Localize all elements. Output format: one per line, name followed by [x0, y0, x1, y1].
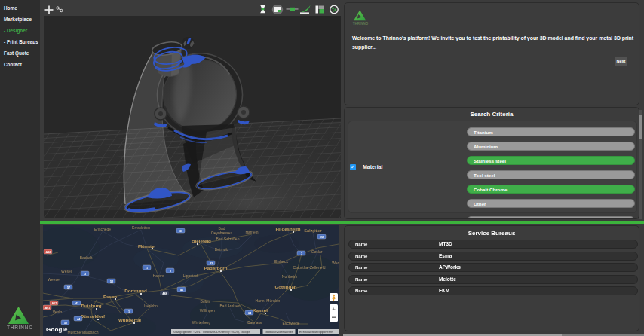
svg-text:Bocholt: Bocholt [80, 255, 93, 260]
svg-text:Eschwege: Eschwege [282, 321, 299, 325]
svg-text:57: 57 [67, 286, 70, 289]
svg-text:Mönchengladbach: Mönchengladbach [68, 330, 99, 334]
svg-text:Gebruiksvoorwaarden: Gebruiksvoorwaarden [265, 330, 293, 334]
svg-text:Hamm: Hamm [153, 273, 164, 278]
svg-text:3: 3 [84, 273, 86, 276]
svg-text:Lippstadt: Lippstadt [183, 273, 199, 278]
svg-text:52: 52 [64, 322, 67, 325]
svg-text:395: 395 [320, 236, 324, 239]
svg-text:Bielefeld: Bielefeld [192, 238, 211, 243]
svg-text:52: 52 [110, 280, 113, 283]
svg-text:A61: A61 [45, 307, 51, 310]
svg-text:Göttingen: Göttingen [274, 284, 296, 289]
svg-text:1: 1 [146, 267, 148, 270]
svg-text:Wernig: Wernig [332, 261, 339, 265]
svg-text:A12: A12 [46, 251, 51, 254]
svg-text:Hameln: Hameln [245, 230, 258, 234]
svg-text:1: 1 [128, 310, 130, 313]
svg-text:Enschede: Enschede [94, 227, 111, 231]
svg-text:Baunatal: Baunatal [247, 320, 262, 325]
svg-text:+: + [332, 306, 336, 313]
svg-text:Dortmund: Dortmund [124, 288, 147, 293]
svg-text:Oeynhausen: Oeynhausen [211, 231, 233, 235]
svg-text:Paderborn: Paderborn [204, 265, 228, 270]
svg-text:448: 448 [162, 292, 167, 295]
svg-text:2: 2 [170, 270, 171, 273]
svg-text:Winterberg: Winterberg [192, 320, 211, 325]
svg-text:Emsdetten: Emsdetten [132, 225, 150, 230]
svg-text:Kaartgegevens ©2017 GeoBasis-D: Kaartgegevens ©2017 GeoBasis-DE/BKG (©20… [173, 330, 250, 334]
svg-text:Düsseldorf: Düsseldorf [81, 313, 106, 319]
svg-text:43: 43 [75, 302, 78, 305]
svg-text:Hildesheim: Hildesheim [275, 226, 301, 231]
svg-text:Essen: Essen [103, 294, 117, 299]
svg-text:Weeze: Weeze [48, 277, 60, 282]
svg-text:Goslar: Goslar [311, 249, 323, 254]
svg-text:Detmold: Detmold [215, 247, 229, 252]
svg-text:Clausthal-Zellerfeld: Clausthal-Zellerfeld [293, 265, 325, 270]
svg-text:Bad Salzuflen: Bad Salzuflen [216, 237, 240, 241]
svg-text:Venlo: Venlo [53, 310, 63, 314]
svg-text:Google: Google [46, 326, 68, 333]
svg-text:Brilon: Brilon [201, 299, 210, 304]
svg-text:7: 7 [301, 252, 302, 255]
svg-text:Northeim: Northeim [282, 274, 297, 279]
svg-text:Wesel: Wesel [61, 269, 72, 273]
svg-text:Hann. Münden: Hann. Münden [256, 298, 281, 303]
svg-text:Salzgitter: Salzgitter [304, 228, 321, 233]
svg-text:Bad Arolsen: Bad Arolsen [220, 304, 241, 308]
svg-text:Een kaartfout rapporteren: Een kaartfout rapporteren [299, 330, 333, 334]
svg-text:Duisburg: Duisburg [81, 303, 101, 308]
svg-text:33: 33 [210, 262, 213, 265]
svg-text:Einbeck: Einbeck [274, 259, 288, 264]
svg-text:A57: A57 [52, 302, 57, 305]
svg-text:46: 46 [180, 289, 183, 292]
svg-text:30: 30 [179, 230, 182, 233]
svg-text:Iserlohn: Iserlohn [144, 304, 158, 308]
svg-text:Kassel: Kassel [253, 307, 268, 313]
svg-text:Wuppertal: Wuppertal [118, 317, 141, 322]
svg-text:Münster: Münster [138, 243, 157, 249]
svg-text:Willingen: Willingen [200, 308, 216, 313]
